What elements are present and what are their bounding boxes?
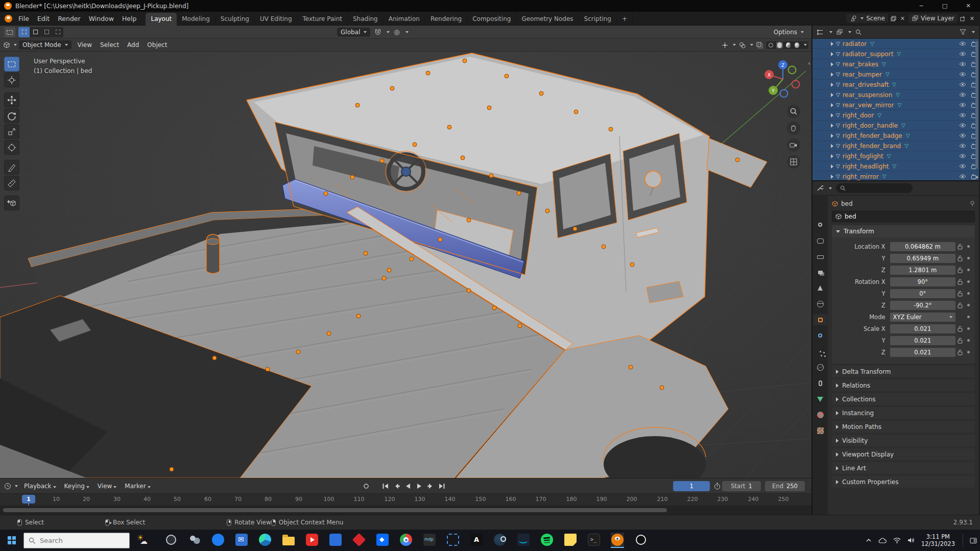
disclosure-triangle-icon[interactable] bbox=[831, 52, 833, 56]
animate-dot-icon[interactable] bbox=[965, 351, 972, 353]
transform-value-field[interactable]: 0.021 bbox=[890, 324, 955, 333]
prime-video-icon[interactable] bbox=[517, 533, 530, 548]
texture-tab[interactable] bbox=[813, 425, 827, 436]
rotate-tool[interactable] bbox=[4, 108, 19, 123]
viewport-menu-item[interactable]: Object bbox=[143, 40, 171, 50]
hide-in-viewport-eye-icon[interactable] bbox=[958, 143, 967, 148]
transform-value-field[interactable]: 0.064862 m bbox=[890, 242, 955, 251]
transform-value-field[interactable]: -90.2° bbox=[890, 301, 955, 310]
blender-menu-icon[interactable] bbox=[3, 14, 13, 23]
object-name[interactable]: rear_suspension bbox=[843, 91, 893, 99]
hide-in-viewport-eye-icon[interactable] bbox=[958, 133, 967, 138]
object-name[interactable]: right_fender_badge bbox=[843, 132, 902, 139]
frame-start-field[interactable]: Start1 bbox=[722, 481, 761, 491]
youtube-icon[interactable] bbox=[305, 533, 319, 548]
start-button[interactable] bbox=[0, 530, 23, 551]
object-name[interactable]: rear_veiw_mirror bbox=[843, 102, 894, 109]
hidden-icons-chevron-icon[interactable] bbox=[866, 538, 872, 542]
proportional-editing-icon[interactable]: ◎ bbox=[394, 28, 399, 36]
spotify-icon[interactable] bbox=[540, 533, 554, 548]
outliner-editor-icon[interactable] bbox=[817, 29, 824, 35]
media-player-icon[interactable] bbox=[634, 533, 648, 548]
display-mode-chevron-icon[interactable] bbox=[848, 31, 851, 33]
topbar-menu-item[interactable]: Help bbox=[118, 13, 141, 24]
hide-in-viewport-eye-icon[interactable] bbox=[958, 164, 967, 169]
playhead[interactable]: 1 bbox=[22, 495, 35, 504]
workspace-tab[interactable]: Geometry Nodes bbox=[516, 13, 579, 26]
view-layer-tab[interactable] bbox=[813, 267, 827, 278]
disclosure-triangle-icon[interactable] bbox=[831, 164, 833, 169]
shading-solid-button[interactable] bbox=[776, 42, 783, 49]
disclosure-triangle-icon[interactable] bbox=[831, 175, 833, 179]
hide-in-viewport-eye-icon[interactable] bbox=[958, 92, 967, 97]
material-tab[interactable] bbox=[813, 409, 827, 420]
viewport-menu-item[interactable]: View bbox=[74, 40, 96, 50]
overlays-icon[interactable] bbox=[739, 42, 746, 49]
outliner-row[interactable]: ▽ right_fender_brand ▽ bbox=[812, 141, 979, 151]
select-mode-subtract[interactable] bbox=[41, 27, 52, 37]
lock-icon[interactable] bbox=[955, 267, 965, 273]
lock-icon[interactable] bbox=[955, 326, 965, 332]
animate-dot-icon[interactable] bbox=[965, 292, 972, 295]
active-tool-icon[interactable] bbox=[4, 27, 15, 37]
object-name[interactable]: rear_driveshaft bbox=[843, 81, 889, 88]
edge-icon[interactable] bbox=[258, 533, 272, 548]
play-reverse-button[interactable] bbox=[403, 482, 413, 491]
hide-in-viewport-eye-icon[interactable] bbox=[958, 72, 967, 77]
auto-keying-icon[interactable] bbox=[363, 483, 370, 490]
outliner-row[interactable]: ▽ right_door ▽ bbox=[812, 110, 979, 121]
object-name[interactable]: right_mirror bbox=[843, 173, 879, 180]
transform-value-field[interactable]: 0.65949 m bbox=[890, 254, 955, 263]
dropbox-icon[interactable] bbox=[376, 533, 389, 548]
physics-tab[interactable] bbox=[813, 362, 827, 373]
volume-icon[interactable] bbox=[907, 537, 915, 543]
timeline-menu-item[interactable]: Marker bbox=[121, 481, 154, 491]
lock-icon[interactable] bbox=[955, 244, 965, 250]
object-name[interactable]: right_door_handle bbox=[843, 122, 898, 129]
timeline-scrollbar[interactable] bbox=[0, 506, 811, 515]
collapsed-section-header[interactable]: Collections bbox=[832, 393, 975, 405]
object-name[interactable]: radiator_support bbox=[843, 51, 894, 58]
disclosure-triangle-icon[interactable] bbox=[831, 93, 833, 97]
topbar-menu-item[interactable]: File bbox=[14, 13, 33, 24]
animate-dot-icon[interactable] bbox=[965, 339, 972, 342]
scale-tool[interactable] bbox=[4, 124, 19, 139]
tool-tab[interactable] bbox=[813, 219, 827, 230]
outliner-row[interactable]: ▽ right_foglight ▽ bbox=[812, 151, 979, 161]
frame-end-field[interactable]: End250 bbox=[765, 481, 805, 491]
box-select-tool[interactable] bbox=[4, 57, 19, 71]
show-gizmo-icon[interactable] bbox=[722, 42, 728, 49]
workspace-tab[interactable]: Sculpting bbox=[216, 13, 255, 26]
outliner-scrollbar[interactable] bbox=[975, 41, 978, 169]
workspace-tab[interactable]: Layout bbox=[146, 13, 177, 26]
new-view-layer-icon[interactable] bbox=[960, 15, 966, 22]
overlays-chevron-icon[interactable] bbox=[750, 44, 753, 46]
viewport-menu-item[interactable]: Add bbox=[123, 40, 143, 50]
outliner-row[interactable]: ▽ right_door_handle ▽ bbox=[812, 121, 979, 131]
object-name[interactable]: rear_brakes bbox=[843, 61, 878, 68]
lock-icon[interactable] bbox=[955, 349, 965, 355]
transform-value-field[interactable]: 0.021 bbox=[890, 336, 955, 345]
collapsed-section-header[interactable]: Line Art bbox=[832, 462, 975, 474]
maximize-button[interactable]: □ bbox=[933, 0, 957, 12]
viewport-canvas[interactable]: User Perspective (1) Collection | bed bbox=[0, 52, 811, 478]
workspace-tab[interactable]: Modeling bbox=[177, 13, 216, 26]
cursor-tool[interactable] bbox=[4, 73, 19, 87]
collapsed-section-header[interactable]: Viewport Display bbox=[832, 448, 975, 460]
editor-type-chevron-icon[interactable] bbox=[14, 44, 17, 46]
outliner-row[interactable]: ▽ rear_brakes ▽ bbox=[812, 59, 979, 69]
object-name[interactable]: right_door bbox=[843, 112, 874, 119]
filter-chevron-icon[interactable] bbox=[972, 31, 975, 33]
action-center-icon[interactable] bbox=[970, 537, 977, 544]
disclosure-triangle-icon[interactable] bbox=[831, 83, 833, 87]
workspace-tab[interactable]: UV Editing bbox=[255, 13, 298, 26]
editor-type-icon[interactable] bbox=[3, 42, 10, 49]
scene-selector[interactable]: Scene bbox=[847, 14, 888, 23]
remote-desktop-icon[interactable] bbox=[446, 533, 460, 548]
timeline-ruler[interactable]: 1020304050607080901001101201301401501601… bbox=[0, 493, 811, 506]
play-button[interactable] bbox=[414, 482, 424, 491]
object-tab[interactable] bbox=[813, 314, 827, 325]
outliner-search-icon[interactable] bbox=[855, 29, 862, 35]
object-name[interactable]: radiator bbox=[843, 40, 867, 47]
modifiers-tab[interactable] bbox=[813, 330, 827, 341]
